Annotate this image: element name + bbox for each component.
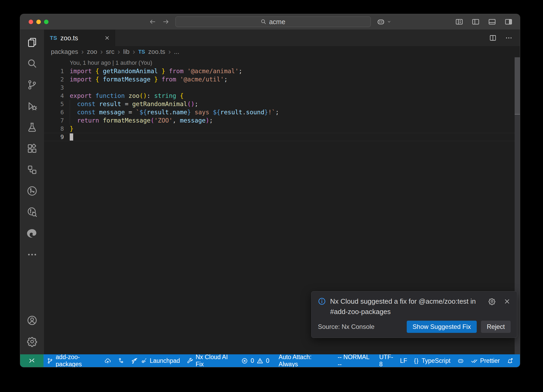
copilot-status-item[interactable] <box>454 354 467 367</box>
breadcrumb-file[interactable]: zoo.ts <box>148 48 165 55</box>
notification-close-icon[interactable] <box>503 298 511 305</box>
language-mode-item[interactable]: {} TypeScript <box>411 354 454 367</box>
code-text <box>64 84 70 92</box>
code-search-icon[interactable] <box>23 202 41 223</box>
formatter-item[interactable]: Prettier <box>467 354 503 367</box>
nx-cloud-fix-label: Nx Cloud AI Fix <box>196 354 235 367</box>
forward-arrow-icon[interactable] <box>162 18 169 25</box>
launchpad-item[interactable]: Launchpad <box>128 354 183 367</box>
vim-mode-item[interactable]: -- NORMAL -- <box>332 354 376 367</box>
split-editor-icon[interactable] <box>489 34 497 42</box>
wrench-icon <box>187 358 193 364</box>
chevron-right-icon: › <box>81 48 84 55</box>
nx-console-icon[interactable] <box>23 159 41 180</box>
edge-browser-icon[interactable] <box>23 223 41 244</box>
git-branch-item[interactable]: add-zoo-packages <box>43 354 114 367</box>
extensions-icon[interactable] <box>23 138 41 159</box>
toggle-secondary-sidebar-icon[interactable] <box>505 18 513 26</box>
close-window-button[interactable] <box>29 20 33 24</box>
copilot-icon <box>376 18 385 26</box>
chevron-right-icon: › <box>133 48 135 55</box>
code-line[interactable]: 9 <box>44 133 520 141</box>
branch-icon <box>47 358 53 364</box>
line-number: 1 <box>44 67 64 75</box>
reject-button[interactable]: Reject <box>481 321 511 333</box>
remote-icon <box>28 357 36 364</box>
breadcrumb-item[interactable]: zoo <box>87 48 97 55</box>
code-text: return formatMessage('ZOO', message); <box>64 116 213 125</box>
back-arrow-icon[interactable] <box>149 18 156 25</box>
close-tab-icon[interactable] <box>104 35 110 41</box>
tab-zoo-ts[interactable]: TS zoo.ts <box>44 30 115 46</box>
notification-message: Nx Cloud suggested a fix for @acme/zoo:t… <box>330 296 484 317</box>
code-text: const result = getRandomAnimal(); <box>64 100 198 108</box>
zoom-window-button[interactable] <box>44 20 49 24</box>
scrollbar-slider[interactable] <box>515 57 520 115</box>
breadcrumb-item[interactable]: src <box>106 48 114 55</box>
ports-item[interactable] <box>114 354 128 367</box>
editor-more-actions-icon[interactable] <box>505 34 513 42</box>
notification-settings-gear-icon[interactable] <box>488 298 496 305</box>
code-text <box>64 133 70 141</box>
window-controls <box>29 20 49 24</box>
vim-mode-label: -- NORMAL -- <box>338 354 372 367</box>
problems-item[interactable]: 0 0 <box>238 354 273 367</box>
code-line[interactable]: 6 const message = `${result.name} says $… <box>44 108 520 116</box>
toggle-primary-sidebar-icon[interactable] <box>472 18 480 26</box>
customize-layout-icon[interactable] <box>455 18 463 26</box>
line-number: 6 <box>44 108 64 116</box>
branch-name: add-zoo-packages <box>56 354 102 367</box>
notifications-bell-item[interactable] <box>503 354 517 367</box>
code-lines: 1import { getRandomAnimal } from '@acme/… <box>44 67 520 141</box>
language-label: TypeScript <box>422 357 450 364</box>
breadcrumb-item[interactable]: lib <box>123 48 129 55</box>
breadcrumb-item[interactable]: packages <box>51 48 78 55</box>
code-line[interactable]: 1import { getRandomAnimal } from '@acme/… <box>44 67 520 75</box>
line-number: 5 <box>44 100 64 108</box>
code-line[interactable]: 8} <box>44 125 520 133</box>
code-line[interactable]: 7 return formatMessage('ZOO', message); <box>44 116 520 125</box>
vscode-window: acme <box>20 14 520 367</box>
code-line[interactable]: 4export function zoo(): string { <box>44 92 520 100</box>
encoding-item[interactable]: UTF-8 <box>376 354 396 367</box>
account-icon[interactable] <box>23 310 41 331</box>
line-number: 3 <box>44 84 64 92</box>
line-number: 7 <box>44 116 64 125</box>
code-text: import { getRandomAnimal } from '@acme/a… <box>64 67 242 75</box>
toggle-panel-icon[interactable] <box>488 18 496 26</box>
minimize-window-button[interactable] <box>36 20 41 24</box>
command-center-search[interactable]: acme <box>175 16 371 27</box>
chevron-right-icon: › <box>117 48 120 55</box>
formatter-label: Prettier <box>480 357 500 364</box>
breadcrumb-overflow[interactable]: ... <box>174 48 179 55</box>
breadcrumb: packages › zoo › src › lib › TS zoo.ts ›… <box>44 46 520 57</box>
title-bar: acme <box>20 14 520 30</box>
code-line[interactable]: 5 const result = getRandomAnimal(); <box>44 100 520 108</box>
show-suggested-fix-button[interactable]: Show Suggested Fix <box>407 321 477 333</box>
code-line[interactable]: 3 <box>44 84 520 92</box>
explorer-icon[interactable] <box>23 32 41 53</box>
auto-attach-item[interactable]: Auto Attach: Always <box>273 354 332 367</box>
run-debug-icon[interactable] <box>23 95 41 117</box>
line-number: 9 <box>44 133 64 141</box>
encoding-label: UTF-8 <box>379 354 393 367</box>
code-line[interactable]: 2import { formatMessage } from '@acme/ut… <box>44 75 520 84</box>
search-icon <box>261 19 266 25</box>
commit-graph-icon[interactable] <box>23 180 41 202</box>
source-control-icon[interactable] <box>23 74 41 95</box>
settings-gear-icon[interactable] <box>23 331 41 352</box>
tab-label: zoo.ts <box>60 34 78 42</box>
bell-dot-icon <box>507 358 513 364</box>
search-icon[interactable] <box>23 53 41 74</box>
block-cursor <box>70 133 73 141</box>
testing-icon[interactable] <box>23 117 41 138</box>
remote-indicator[interactable] <box>20 354 43 367</box>
nx-cloud-fix-item[interactable]: Nx Cloud AI Fix <box>183 354 238 367</box>
activity-bar <box>20 30 44 354</box>
copilot-icon <box>457 358 464 364</box>
typescript-file-icon: TS <box>138 49 145 55</box>
copilot-menu[interactable] <box>376 18 391 26</box>
eol-item[interactable]: LF <box>397 354 411 367</box>
more-views-icon[interactable] <box>23 244 41 265</box>
notification-toast: Nx Cloud suggested a fix for @acme/zoo:t… <box>311 291 517 338</box>
